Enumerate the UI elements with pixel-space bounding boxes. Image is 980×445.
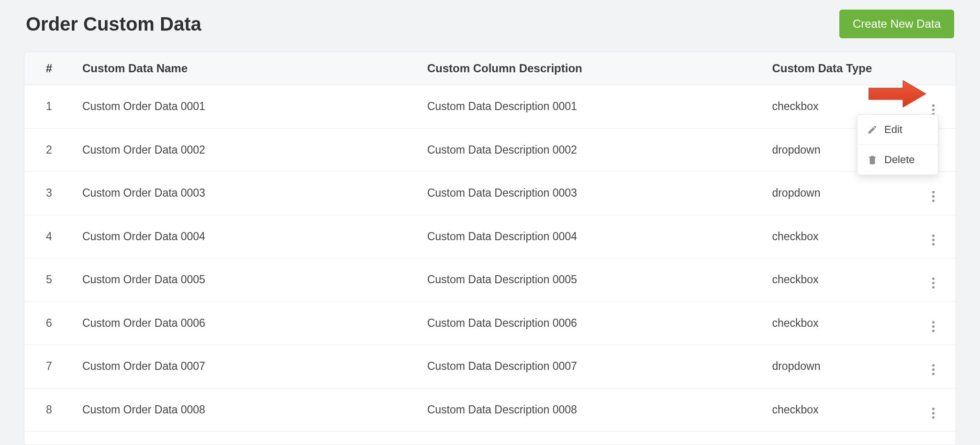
row-index: 4 <box>24 215 74 258</box>
row-description: Custom Data Description 0009 <box>419 432 764 445</box>
row-index: 2 <box>24 128 74 172</box>
custom-data-table: # Custom Data Name Custom Column Descrip… <box>24 52 956 445</box>
column-header-name: Custom Data Name <box>74 52 419 85</box>
row-index: 9 <box>24 432 74 445</box>
table-row: 2Custom Order Data 0002Custom Data Descr… <box>24 128 956 172</box>
trash-icon <box>867 155 878 165</box>
row-type: checkbox <box>763 301 911 345</box>
row-index: 3 <box>24 172 74 215</box>
table-row: 4Custom Order Data 0004Custom Data Descr… <box>24 215 956 258</box>
pencil-icon <box>867 124 878 135</box>
row-type: checkbox <box>763 388 911 432</box>
row-index: 7 <box>24 345 74 389</box>
kebab-icon[interactable] <box>927 190 940 203</box>
edit-action[interactable]: Edit <box>858 115 938 145</box>
row-actions-cell <box>911 345 956 389</box>
kebab-icon[interactable] <box>927 233 940 246</box>
row-name: Custom Order Data 0005 <box>74 258 419 302</box>
row-description: Custom Data Description 0002 <box>419 128 764 172</box>
row-description: Custom Data Description 0004 <box>419 215 764 258</box>
column-header-type: Custom Data Type <box>763 52 911 85</box>
table-row: 1Custom Order Data 0001Custom Data Descr… <box>24 85 956 129</box>
delete-label: Delete <box>884 154 915 166</box>
table-row: 9Custom Order Data 0009Custom Data Descr… <box>24 432 956 445</box>
table-row: 8Custom Order Data 0008Custom Data Descr… <box>24 388 956 432</box>
row-actions-cell <box>911 258 956 302</box>
row-type: dropdown <box>763 432 911 445</box>
kebab-icon[interactable] <box>927 277 940 290</box>
table-header-row: # Custom Data Name Custom Column Descrip… <box>24 52 956 85</box>
row-description: Custom Data Description 0008 <box>419 388 764 432</box>
column-header-index: # <box>24 52 74 85</box>
row-index: 8 <box>24 388 74 432</box>
row-name: Custom Order Data 0001 <box>74 85 419 129</box>
row-actions-cell <box>911 172 956 215</box>
row-name: Custom Order Data 0008 <box>74 388 419 432</box>
row-name: Custom Order Data 0006 <box>74 301 419 345</box>
row-name: Custom Order Data 0003 <box>74 172 419 215</box>
row-type: checkbox <box>763 258 911 302</box>
row-description: Custom Data Description 0007 <box>419 345 764 389</box>
row-description: Custom Data Description 0003 <box>419 172 764 215</box>
row-description: Custom Data Description 0001 <box>419 85 764 129</box>
column-header-description: Custom Column Description <box>419 52 764 85</box>
edit-label: Edit <box>884 123 902 136</box>
row-name: Custom Order Data 0004 <box>74 215 419 258</box>
column-header-actions <box>911 52 956 85</box>
row-type: dropdown <box>763 345 911 389</box>
row-actions-cell <box>911 432 956 445</box>
kebab-icon[interactable] <box>927 320 940 333</box>
row-type: checkbox <box>763 215 911 258</box>
row-name: Custom Order Data 0002 <box>74 128 419 172</box>
row-type: dropdown <box>763 172 911 215</box>
create-new-data-button[interactable]: Create New Data <box>839 10 954 38</box>
row-index: 5 <box>24 258 74 302</box>
table-row: 3Custom Order Data 0003Custom Data Descr… <box>24 172 956 215</box>
row-actions-cell <box>911 215 956 258</box>
row-index: 6 <box>24 301 74 345</box>
kebab-icon[interactable] <box>927 406 940 420</box>
row-description: Custom Data Description 0005 <box>419 258 764 302</box>
kebab-icon[interactable] <box>927 363 940 377</box>
row-name: Custom Order Data 0009 <box>74 432 419 445</box>
page-title: Order Custom Data <box>26 13 201 35</box>
row-actions-cell <box>911 301 956 345</box>
row-index: 1 <box>24 85 74 129</box>
delete-action[interactable]: Delete <box>858 145 938 175</box>
table-row: 5Custom Order Data 0005Custom Data Descr… <box>24 258 956 302</box>
table-row: 6Custom Order Data 0006Custom Data Descr… <box>24 301 956 345</box>
row-actions-cell <box>911 388 956 432</box>
row-actions-menu: Edit Delete <box>857 114 938 175</box>
row-description: Custom Data Description 0006 <box>419 301 764 345</box>
row-name: Custom Order Data 0007 <box>74 345 419 389</box>
table-row: 7Custom Order Data 0007Custom Data Descr… <box>24 345 956 389</box>
